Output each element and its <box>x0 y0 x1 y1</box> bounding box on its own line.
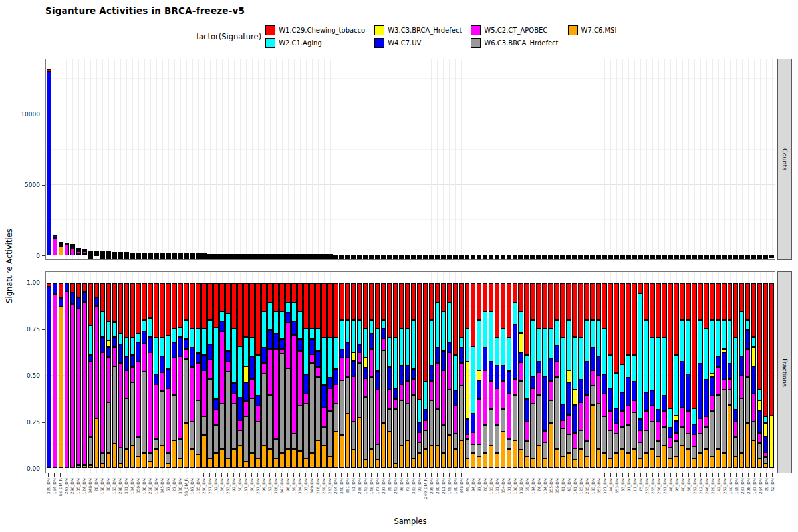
sample-slot <box>255 272 261 473</box>
fractions-bar <box>285 283 291 468</box>
bar-segment <box>698 453 703 468</box>
bar-segment <box>483 453 488 468</box>
bar-segment <box>351 283 356 320</box>
fractions-bar <box>249 283 255 468</box>
sample-slot <box>46 59 52 259</box>
gridline-vertical <box>156 59 157 259</box>
bar-segment <box>435 446 440 468</box>
fractions-bar <box>483 283 488 468</box>
bar-segment <box>130 283 136 338</box>
bar-segment <box>94 306 100 418</box>
gridline-vertical <box>55 59 55 259</box>
bar-segment <box>190 348 195 367</box>
gridline-vertical <box>390 59 390 259</box>
bar-segment <box>620 411 625 426</box>
sample-slot <box>64 272 70 473</box>
fractions-bar <box>722 283 727 468</box>
sample-slot <box>620 272 626 473</box>
sample-slot <box>70 59 76 259</box>
bar-segment <box>309 453 315 468</box>
x-tick-mark <box>383 473 384 477</box>
bar-segment <box>405 440 410 468</box>
fractions-bar <box>733 283 739 468</box>
sample-slot <box>178 272 184 473</box>
bar-segment <box>483 283 488 311</box>
sample-slot <box>76 272 82 473</box>
x-tick-label: 132_DM <box>268 478 272 494</box>
bar-segment <box>710 456 715 468</box>
x-tick-label: 166_DM <box>154 478 158 494</box>
x-tick-label: 352-DM <box>597 478 601 493</box>
x-tick-mark <box>455 473 456 477</box>
bar-segment <box>363 283 368 329</box>
sample-slot <box>506 59 512 259</box>
bar-segment <box>710 320 715 374</box>
bar-segment <box>196 353 201 363</box>
sample-slot <box>249 272 255 473</box>
bar-segment <box>465 283 470 329</box>
bar-segment <box>130 446 136 468</box>
gridline-vertical <box>598 59 599 259</box>
bar-segment <box>733 283 739 338</box>
bar-segment <box>518 381 523 449</box>
bar-segment <box>524 259 529 259</box>
x-tick-label: 30_DM <box>106 478 110 491</box>
bar-segment <box>554 362 559 377</box>
bar-segment <box>315 367 321 377</box>
counts-bar <box>100 251 106 255</box>
bar-segment <box>680 362 685 408</box>
sample-slot <box>350 59 356 259</box>
gridline-vertical <box>324 59 325 259</box>
sample-slot <box>243 59 249 259</box>
bar-segment <box>357 283 362 320</box>
counts-bar <box>297 254 303 255</box>
bar-segment <box>201 416 207 436</box>
fractions-bar <box>554 283 559 468</box>
bar-segment <box>393 388 398 398</box>
x-tick-mark <box>102 473 102 477</box>
counts-bar <box>638 255 643 255</box>
sample-slot <box>374 59 380 259</box>
sample-slot <box>392 272 398 473</box>
bar-segment <box>231 404 237 450</box>
gridline-vertical <box>126 59 127 259</box>
bar-segment <box>351 361 356 376</box>
bar-segment <box>638 293 643 418</box>
counts-bar <box>345 255 350 255</box>
bar-segment <box>728 320 733 364</box>
sample-slot <box>608 59 614 259</box>
fractions-bar <box>644 283 649 468</box>
sample-slot <box>112 272 118 473</box>
bar-segment <box>620 283 625 364</box>
sample-slot <box>715 59 721 259</box>
sample-slot <box>237 272 243 473</box>
bar-segment <box>763 457 769 464</box>
x-tick-label: 92_DM <box>232 478 236 491</box>
bar-segment <box>76 297 82 309</box>
bar-segment <box>207 458 213 468</box>
gridline-vertical <box>581 59 581 259</box>
bar-segment <box>584 456 589 468</box>
bar-segment <box>106 402 112 453</box>
counts-bar <box>632 255 637 255</box>
bar-segment <box>441 351 446 370</box>
bar-segment <box>261 348 267 363</box>
bar-segment <box>100 453 106 463</box>
bar-segment <box>333 432 338 468</box>
sample-slot <box>572 272 578 473</box>
x-axis-ticks <box>45 473 775 477</box>
bar-segment <box>261 311 267 348</box>
x-tick-mark <box>700 473 701 477</box>
legend-entry: W5.C2.CT_APOBEC <box>471 24 558 37</box>
x-tick-mark <box>245 473 246 477</box>
fractions-bar <box>477 283 482 468</box>
bar-segment <box>130 382 136 446</box>
bar-segment <box>692 259 697 259</box>
x-tick-mark <box>688 473 689 477</box>
bar-segment <box>118 334 124 344</box>
x-tick-label: 83_DM <box>621 478 625 491</box>
y-tick-mark <box>42 422 45 423</box>
bar-segment <box>88 437 94 465</box>
gridline-vertical <box>66 59 67 259</box>
bar-segment <box>321 283 327 338</box>
